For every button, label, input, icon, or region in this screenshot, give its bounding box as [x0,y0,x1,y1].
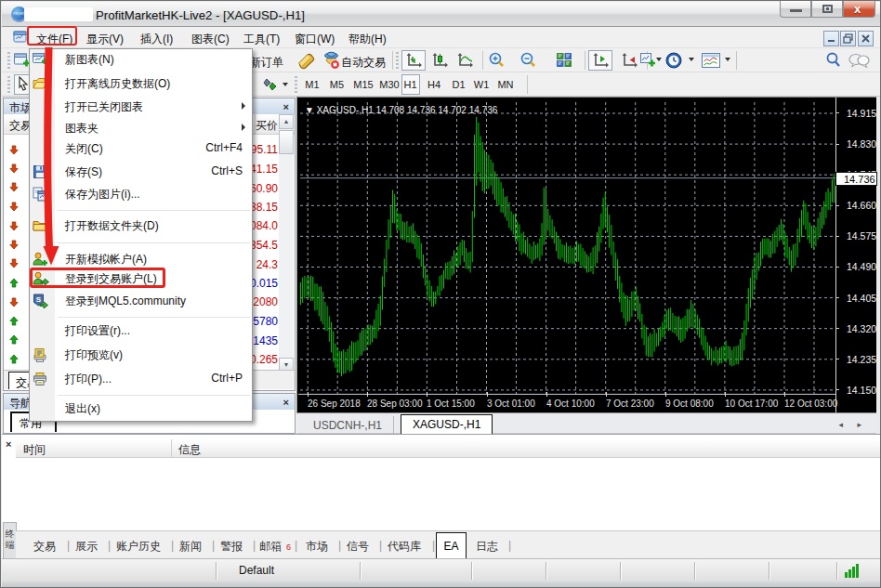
svg-text:S: S [36,295,42,304]
